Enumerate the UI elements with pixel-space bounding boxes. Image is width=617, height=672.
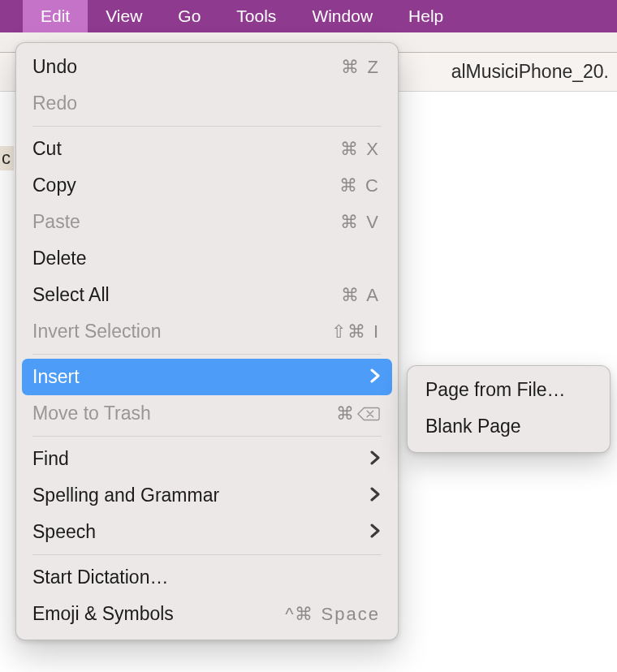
menu-item-label: Undo [32,56,341,78]
menu-item-label: Emoji & Symbols [32,603,285,625]
menu-item-paste: Paste ⌘ V [16,204,398,240]
menu-item-label: Invert Selection [32,321,331,342]
edit-menu: Undo ⌘ Z Redo Cut ⌘ X Copy ⌘ C Paste ⌘ V… [15,42,399,640]
menu-item-label: Paste [32,211,340,233]
menu-item-move-to-trash: Move to Trash ⌘ [16,395,398,432]
menu-item-select-all[interactable]: Select All ⌘ A [16,277,398,313]
chevron-right-icon [365,366,380,388]
menu-item-shortcut: ⌘ [336,403,380,424]
menu-item-speech[interactable]: Speech [16,514,398,550]
menu-item-label: Insert [32,366,365,388]
menubar-item-view[interactable]: View [88,0,160,32]
menubar-item-window[interactable]: Window [294,0,390,32]
menu-separator [32,436,382,437]
submenu-item-label: Page from File… [425,379,566,401]
menu-item-spelling-grammar[interactable]: Spelling and Grammar [16,477,398,514]
menubar-item-tools[interactable]: Tools [218,0,294,32]
menu-item-start-dictation[interactable]: Start Dictation… [16,559,398,596]
menubar-item-go[interactable]: Go [160,0,218,32]
menu-item-shortcut: ⇧⌘ I [331,321,380,342]
menubar-item-help[interactable]: Help [390,0,461,32]
menu-item-label: Redo [32,93,380,114]
menu-item-label: Select All [32,284,341,306]
menu-item-label: Copy [32,174,339,196]
menu-separator [32,354,382,355]
menubar-item-edit[interactable]: Edit [23,0,88,32]
menu-item-emoji-symbols[interactable]: Emoji & Symbols ^⌘ Space [16,596,398,632]
sidebar-text-fragment: c [0,146,14,170]
menu-item-undo[interactable]: Undo ⌘ Z [16,49,398,85]
menu-item-label: Move to Trash [32,403,336,424]
menu-item-label: Spelling and Grammar [32,485,365,506]
menu-item-label: Find [32,448,365,470]
insert-submenu: Page from File… Blank Page [407,365,611,453]
menu-item-shortcut: ⌘ C [339,175,380,196]
submenu-item-label: Blank Page [425,416,521,437]
submenu-item-blank-page[interactable]: Blank Page [408,408,610,445]
menu-item-insert[interactable]: Insert [22,359,392,395]
menu-item-find[interactable]: Find [16,441,398,477]
backspace-icon [357,406,380,422]
submenu-item-page-from-file[interactable]: Page from File… [408,372,610,408]
menu-separator [32,126,382,127]
menu-item-label: Speech [32,521,365,543]
menu-separator [32,554,382,555]
menu-item-shortcut: ⌘ V [340,212,380,233]
menu-item-delete[interactable]: Delete [16,240,398,277]
chevron-right-icon [365,521,380,543]
chevron-right-icon [365,485,380,506]
document-title-fragment: alMusiciPhone_20. [451,61,609,83]
menu-item-shortcut: ⌘ X [340,139,380,160]
menu-item-label: Cut [32,138,340,160]
menu-item-copy[interactable]: Copy ⌘ C [16,167,398,204]
menu-item-redo: Redo [16,85,398,122]
menu-item-shortcut: ⌘ Z [341,57,380,78]
chevron-right-icon [365,448,380,470]
menu-item-shortcut: ^⌘ Space [285,604,380,625]
menu-item-label: Delete [32,248,380,269]
menubar: Edit View Go Tools Window Help [0,0,617,32]
menu-item-shortcut: ⌘ A [341,285,380,306]
menu-item-invert-selection: Invert Selection ⇧⌘ I [16,313,398,350]
menu-item-label: Start Dictation… [32,566,380,588]
menu-item-cut[interactable]: Cut ⌘ X [16,131,398,167]
